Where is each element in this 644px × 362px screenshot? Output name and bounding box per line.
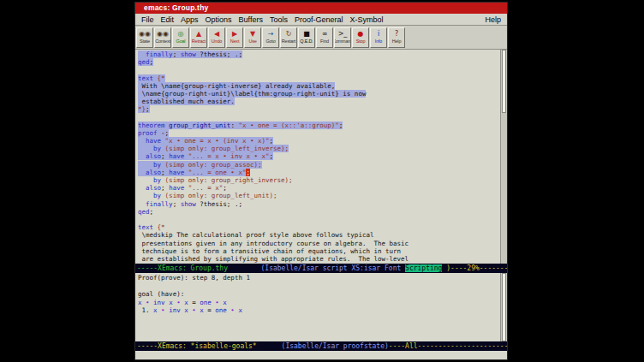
code-line: x • inv x • x = one • x	[138, 299, 499, 307]
processed-region-highlight: With \name{group-right-inverse} already …	[138, 82, 335, 90]
code-line: Proof(prove): step 8, depth 1	[138, 274, 499, 282]
undo-icon: ◀	[214, 30, 219, 39]
processed-region-highlight: \name{group-right-unit}\label{thm:group-…	[138, 90, 366, 98]
next-button[interactable]: ▶Next	[226, 27, 243, 48]
code-line: technique is to form a transitive chain …	[138, 247, 499, 255]
code-line: finally; show ?thesis; .;	[138, 200, 499, 208]
stop-icon: ●	[358, 30, 364, 39]
script-scrollbar[interactable]	[500, 50, 507, 264]
processed-region-highlight: also; have "... = one • x"	[138, 169, 246, 176]
toolbar-button-label: Use	[248, 39, 256, 45]
info-button[interactable]: iInfo	[370, 27, 387, 48]
modeline-segment: )----29%--------------------------------…	[442, 264, 507, 272]
goto-button[interactable]: →Goto	[262, 27, 279, 48]
menu-item-edit[interactable]: Edit	[158, 15, 178, 24]
toolbar-button-label: Undo	[212, 39, 222, 45]
undo-button[interactable]: ◀Undo	[208, 27, 225, 48]
code-line: 1. x • inv x • x = one • x	[138, 306, 499, 315]
menu-item-buffers[interactable]: Buffers	[236, 15, 266, 24]
menu-item-options[interactable]: Options	[202, 15, 236, 24]
menu-item-apps[interactable]: Apps	[177, 15, 202, 24]
processed-region-highlight: have "x • one = x • (inv x • x)";	[138, 137, 273, 145]
goals-buffer-text: Proof(prove): step 8, depth 1goal (have)…	[138, 274, 499, 315]
menu-item-help[interactable]: Help	[481, 15, 504, 24]
processed-region-highlight: *};	[138, 105, 150, 113]
menu-item-proof-general[interactable]: Proof-General	[291, 15, 347, 24]
toolbar-button-label: Retract	[192, 39, 206, 45]
processed-region-highlight: theorem group_right_unit: "x • one = (x:…	[138, 122, 343, 129]
context-eyes-icon: ◉◉	[157, 30, 169, 39]
modeline-segment: (Isabelle/Isar proofstate)	[282, 342, 389, 350]
context-button[interactable]: ◉◉Context	[154, 27, 171, 48]
info-icon: i	[378, 30, 379, 39]
find-button[interactable]: ∞Find	[316, 27, 333, 48]
toolbar-button-label: Q.E.D.	[300, 39, 313, 45]
code-line: text {*	[138, 74, 499, 82]
modeline-segment: ----All---------------------------------…	[389, 342, 507, 350]
script-scrollbar-thumb[interactable]	[502, 50, 506, 113]
code-line: logical details of equational reasoning …	[138, 263, 499, 264]
code-line: With \name{group-right-inverse} already …	[138, 82, 499, 90]
toolbar-button-label: Info	[375, 39, 382, 45]
state-button[interactable]: ◉◉State	[136, 27, 153, 48]
command-button[interactable]: >_Command	[334, 27, 351, 48]
code-line	[138, 282, 499, 291]
script-buffer-text: finally; show ?thesis; .;qed;text {* Wit…	[138, 50, 499, 264]
state-eyes-icon: ◉◉	[139, 30, 151, 39]
code-line: \medskip The calculational proof style a…	[138, 231, 499, 239]
code-line	[138, 216, 499, 223]
goals-buffer[interactable]: Proof(prove): step 8, depth 1goal (have)…	[135, 273, 507, 341]
toolbar-button-label: Goal	[176, 39, 186, 45]
toolbar-button-label: State	[140, 39, 150, 45]
modeline-segment: -----XEmacs: *isabelle-goals*	[137, 342, 257, 350]
restart-button[interactable]: ↻Restart	[280, 27, 297, 48]
menu-item-tools[interactable]: Tools	[266, 15, 291, 24]
code-line: qed;	[138, 58, 499, 66]
xemacs-window: emacs: Group.thy FileEditAppsOptionsBuff…	[134, 2, 508, 360]
retract-button[interactable]: ▲Retract	[190, 27, 207, 48]
toolbar-button-label: Stop	[356, 39, 366, 45]
code-line: by (simp only: group_assoc);	[138, 161, 499, 169]
code-line: *};	[138, 105, 499, 113]
code-line: finally; show ?thesis; .;	[138, 50, 499, 58]
modeline-segment: -----XEmacs: Group.thy	[137, 264, 228, 272]
help-button[interactable]: ?Help	[388, 27, 405, 48]
use-button[interactable]: ▼Use	[244, 27, 261, 48]
processed-region-highlight: qed;	[138, 58, 153, 66]
menu-item-x-symbol[interactable]: X-Symbol	[346, 15, 386, 24]
goal-button[interactable]: ◎Goal	[172, 27, 189, 48]
qed-button[interactable]: ■Q.E.D.	[298, 27, 315, 48]
window-title: emacs: Group.thy	[144, 3, 208, 12]
restart-icon: ↻	[286, 30, 292, 39]
goals-scrollbar[interactable]	[500, 273, 507, 341]
processed-region-highlight: also; have "... = x • inv x • x";	[138, 152, 273, 160]
processed-region-highlight: text {*	[138, 74, 165, 82]
toolbar-button-label: Find	[320, 39, 329, 45]
code-line	[138, 66, 499, 74]
stop-button[interactable]: ●Stop	[352, 27, 369, 48]
goal-icon: ◎	[178, 30, 184, 39]
help-icon: ?	[395, 30, 398, 39]
proof-general-toolbar: ◉◉State◉◉Context◎Goal▲Retract◀Undo▶Next▼…	[135, 26, 507, 50]
minibuffer[interactable]	[135, 351, 507, 359]
code-line: also; have "... = x • inv x • x";	[138, 152, 499, 160]
menu-item-file[interactable]: File	[138, 15, 158, 24]
code-line: also; have "... = one • x";	[138, 169, 499, 176]
text-cursor: ;	[246, 169, 250, 176]
window-titlebar[interactable]: emacs: Group.thy	[135, 3, 507, 14]
menu-bar: FileEditAppsOptionsBuffersToolsProof-Gen…	[135, 14, 507, 26]
code-line: have "x • one = x • (inv x • x)";	[138, 137, 499, 145]
toolbar-button-label: Help	[392, 39, 402, 45]
processed-region-highlight: by (simp only: group_assoc);	[138, 161, 262, 169]
script-buffer[interactable]: finally; show ?thesis; .;qed;text {* Wit…	[135, 50, 507, 264]
code-line: \name{group-right-unit}\label{thm:group-…	[138, 90, 499, 98]
goals-scrollbar-thumb[interactable]	[502, 273, 506, 341]
code-line: are established by simplifying with appr…	[138, 255, 499, 263]
code-line: presentations given in any introductory …	[138, 240, 499, 247]
use-icon: ▼	[250, 30, 255, 39]
processed-region-highlight: proof -;	[138, 129, 169, 137]
script-modeline: -----XEmacs: Group.thy (Isabelle/Isar sc…	[135, 264, 507, 273]
modeline-segment: Scripting	[405, 264, 442, 272]
toolbar-button-label: Goto	[265, 39, 275, 45]
code-line: also; have "... = x";	[138, 184, 499, 192]
